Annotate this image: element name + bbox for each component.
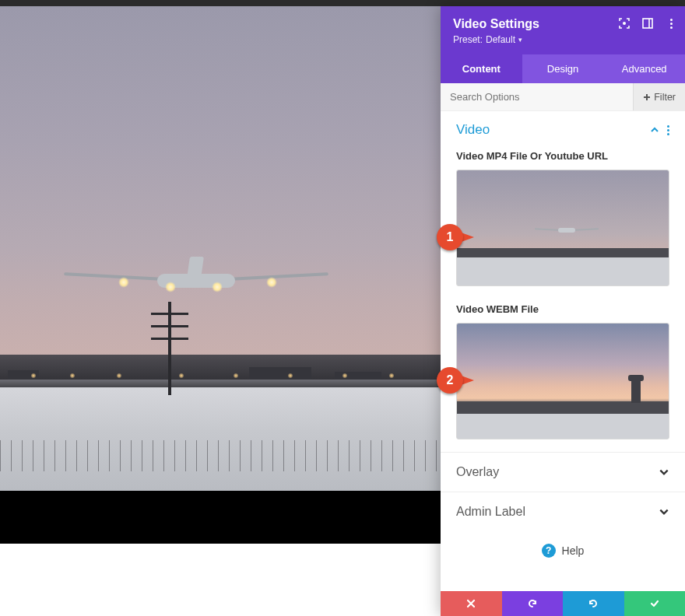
chevron-up-icon[interactable] bbox=[650, 125, 659, 135]
tab-advanced[interactable]: Advanced bbox=[603, 54, 685, 83]
chevron-down-icon: ▾ bbox=[518, 36, 522, 44]
section-header-admin-label[interactable]: Admin Label bbox=[441, 492, 685, 531]
header-icons bbox=[618, 17, 677, 30]
preset-selector[interactable]: Preset: Default ▾ bbox=[453, 34, 673, 45]
filter-label: Filter bbox=[654, 92, 676, 103]
preview-airplane bbox=[64, 246, 328, 316]
svg-rect-1 bbox=[643, 19, 652, 28]
kebab-menu-icon[interactable] bbox=[665, 17, 677, 30]
preset-prefix: Preset: bbox=[453, 34, 483, 45]
preset-value: Default bbox=[486, 34, 515, 45]
undo-icon bbox=[527, 598, 538, 609]
kebab-menu-icon[interactable] bbox=[667, 125, 669, 135]
tab-design[interactable]: Design bbox=[522, 54, 604, 83]
field-label-mp4: Video MP4 File Or Youtube URL bbox=[441, 145, 685, 170]
chevron-down-icon bbox=[659, 506, 669, 517]
help-row[interactable]: ? Help bbox=[441, 531, 685, 565]
save-button[interactable] bbox=[624, 591, 686, 616]
footer-actions bbox=[441, 591, 685, 616]
section-header-video[interactable]: Video bbox=[441, 111, 685, 145]
search-row: Filter bbox=[441, 83, 685, 111]
chevron-down-icon bbox=[659, 467, 669, 478]
preview-fence bbox=[0, 440, 441, 471]
help-icon: ? bbox=[542, 544, 556, 558]
close-icon bbox=[465, 598, 476, 609]
section-title-overlay: Overlay bbox=[456, 465, 499, 479]
section-icons-video bbox=[650, 125, 669, 135]
cancel-button[interactable] bbox=[441, 591, 502, 616]
video-webm-thumbnail[interactable] bbox=[456, 323, 669, 439]
redo-icon bbox=[588, 598, 599, 609]
section-header-overlay[interactable]: Overlay bbox=[441, 452, 685, 492]
redo-button[interactable] bbox=[563, 591, 624, 616]
plus-icon bbox=[643, 93, 651, 101]
search-input[interactable] bbox=[441, 83, 633, 110]
panel-header: Video Settings Preset: Default ▾ bbox=[441, 6, 685, 54]
panel-body[interactable]: Video Video MP4 File Or Youtube URL Vide… bbox=[441, 111, 685, 616]
video-mp4-thumbnail[interactable] bbox=[456, 170, 669, 286]
video-preview bbox=[0, 6, 441, 544]
preview-approach-lights bbox=[0, 373, 441, 381]
filter-button[interactable]: Filter bbox=[633, 83, 685, 110]
layout-icon[interactable] bbox=[641, 17, 654, 30]
svg-point-0 bbox=[623, 22, 626, 25]
check-icon bbox=[649, 598, 660, 609]
app-top-bar bbox=[0, 0, 685, 6]
undo-button[interactable] bbox=[502, 591, 564, 616]
tab-content[interactable]: Content bbox=[441, 54, 522, 83]
preview-letterbox bbox=[0, 491, 441, 544]
focus-icon[interactable] bbox=[618, 17, 631, 30]
field-label-webm: Video WEBM File bbox=[441, 299, 685, 323]
preview-tower bbox=[146, 302, 193, 395]
section-title-admin-label: Admin Label bbox=[456, 505, 525, 519]
help-label: Help bbox=[562, 544, 585, 557]
section-title-video: Video bbox=[456, 122, 490, 138]
settings-panel: Video Settings Preset: Default ▾ Content… bbox=[441, 6, 685, 616]
tabs: Content Design Advanced bbox=[441, 54, 685, 83]
